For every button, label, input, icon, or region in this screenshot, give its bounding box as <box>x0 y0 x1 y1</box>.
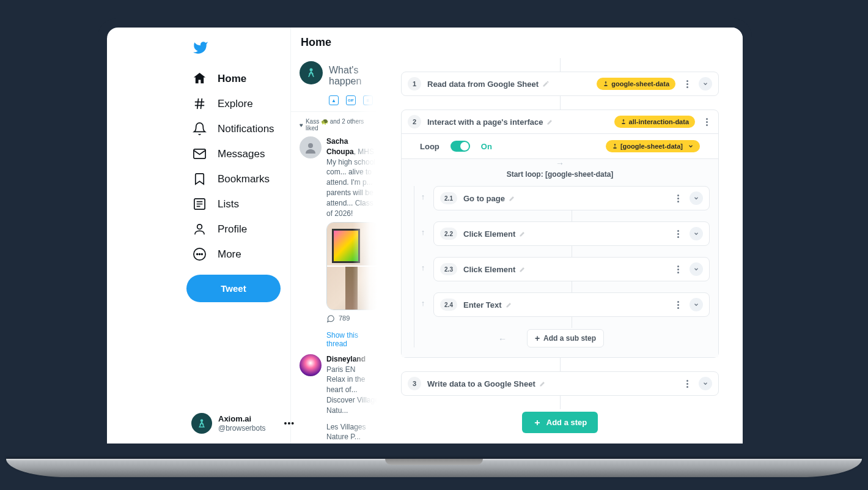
reply-count[interactable]: 789 <box>326 314 377 323</box>
show-thread-link[interactable]: Show this thread <box>326 331 377 348</box>
nav-more-label: More <box>218 248 241 261</box>
edit-icon[interactable] <box>509 195 516 202</box>
expand-icon[interactable] <box>690 227 703 240</box>
bell-icon <box>193 122 207 136</box>
hashtag-icon <box>193 97 207 111</box>
reorder-up-icon[interactable]: ↑ <box>419 292 427 308</box>
gif-icon[interactable]: GIF <box>346 95 356 105</box>
image-icon[interactable]: ▲ <box>329 95 339 105</box>
expand-icon[interactable] <box>690 298 703 311</box>
svg-point-9 <box>308 143 313 148</box>
step-title[interactable]: Interact with a page's interface <box>427 117 608 127</box>
step-number: 2 <box>408 115 421 128</box>
loop-toggle[interactable] <box>451 141 470 152</box>
more-icon <box>193 247 207 261</box>
edit-icon[interactable] <box>519 265 526 273</box>
loop-data-tag[interactable]: [google-sheet-data] <box>606 140 700 152</box>
step-title[interactable]: Write data to a Google Sheet <box>427 379 675 388</box>
loop-bar: Loop On [google-sheet-data] <box>402 133 718 158</box>
edit-icon[interactable] <box>539 380 546 387</box>
compose-placeholder[interactable]: What's happen <box>329 61 377 95</box>
tweet-avatar <box>300 354 322 376</box>
nav-explore-label: Explore <box>218 98 253 110</box>
svg-point-4 <box>197 254 198 255</box>
svg-point-2 <box>197 225 202 229</box>
tweet-author: Disneyland <box>326 355 366 363</box>
account-info: Axiom.ai @browserbots <box>218 414 266 432</box>
add-sub-step-button[interactable]: + Add a sub step <box>527 329 604 347</box>
sub-step-menu-icon[interactable] <box>672 264 683 275</box>
step-title[interactable]: Read data from Google Sheet <box>427 80 590 89</box>
tweet-item[interactable]: Disneyland Paris EN Relax in the heart o… <box>291 352 377 444</box>
sub-step-title[interactable]: Go to page <box>463 194 666 203</box>
compose-avatar <box>300 61 323 84</box>
loop-body: → Start loop: [google-sheet-data] ↑ <box>402 158 718 357</box>
sub-step: 2.3 Click Element <box>433 257 710 281</box>
sub-step-menu-icon[interactable] <box>672 228 683 239</box>
workflow-step: 3 Write data to a Google Sheet <box>401 371 719 396</box>
poll-icon[interactable]: ≡ <box>363 95 373 105</box>
nav-profile[interactable]: Profile <box>186 217 290 241</box>
edit-icon[interactable] <box>542 80 550 87</box>
sub-step: 2.4 Enter Text <box>433 292 710 317</box>
edit-icon[interactable] <box>519 230 526 237</box>
add-step-button[interactable]: Add a step <box>522 412 598 433</box>
data-tag[interactable]: all-interaction-data <box>614 116 695 128</box>
expand-icon[interactable] <box>690 191 703 205</box>
workflow-step: 2 Interact with a page's interface all-i… <box>401 110 719 358</box>
bookmark-icon <box>193 172 207 186</box>
loop-status: On <box>481 142 492 151</box>
sub-step-title[interactable]: Click Element <box>463 265 666 274</box>
profile-icon <box>193 222 207 236</box>
nav-bookmarks[interactable]: Bookmarks <box>186 167 290 191</box>
expand-icon[interactable] <box>699 77 712 91</box>
nav-profile-label: Profile <box>218 223 247 236</box>
mail-icon <box>193 147 207 161</box>
tweet-text: My high school com... alive to attend. I… <box>326 157 377 219</box>
nav-more[interactable]: More <box>186 242 290 266</box>
reorder-up-icon[interactable]: ↑ <box>419 257 427 272</box>
loop-start-label: Start loop: [google-sheet-data] <box>408 170 712 179</box>
twitter-logo-icon[interactable] <box>186 34 290 67</box>
twitter-feed: Home What's happen ▲ GIF ≡ ☺ <box>290 28 377 444</box>
screen-bezel: Home Explore Notifications Messages <box>98 18 752 440</box>
edit-icon[interactable] <box>506 301 513 308</box>
sub-step-title[interactable]: Enter Text <box>463 300 666 310</box>
twitter-sidebar: Home Explore Notifications Messages <box>107 28 290 444</box>
nav-lists[interactable]: Lists <box>186 192 290 216</box>
reorder-up-icon[interactable]: ↑ <box>419 221 427 237</box>
step-menu-icon[interactable] <box>682 78 693 89</box>
nav-messages[interactable]: Messages <box>186 142 290 166</box>
flow-arrow-icon: → <box>556 158 564 168</box>
laptop-frame: Home Explore Notifications Messages <box>98 18 770 471</box>
screen: Home Explore Notifications Messages <box>107 28 743 444</box>
data-tag[interactable]: google-sheet-data <box>597 78 675 90</box>
account-switcher[interactable]: Axiom.ai @browserbots ••• <box>185 408 301 439</box>
list-icon <box>193 197 207 211</box>
compose-box[interactable]: What's happen ▲ GIF ≡ ☺ <box>291 58 377 112</box>
laptop-base <box>6 459 862 477</box>
nav-explore[interactable]: Explore <box>186 92 290 116</box>
sub-step-title[interactable]: Click Element <box>463 229 666 239</box>
home-icon <box>193 72 207 86</box>
reorder-up-icon[interactable]: ↑ <box>419 186 427 201</box>
expand-icon[interactable] <box>699 377 712 390</box>
edit-icon[interactable] <box>546 118 554 125</box>
step-number: 3 <box>408 377 421 390</box>
sub-step-menu-icon[interactable] <box>672 193 683 204</box>
expand-icon[interactable] <box>690 262 703 276</box>
nav-notifications[interactable]: Notifications <box>186 117 290 141</box>
nav-messages-label: Messages <box>218 148 265 160</box>
step-menu-icon[interactable] <box>682 378 693 389</box>
tweet-image <box>327 267 377 310</box>
tweet-item[interactable]: Sacha Choupa, MHS My high school com... … <box>291 134 377 329</box>
sub-step-menu-icon[interactable] <box>672 299 683 310</box>
tweet-button[interactable]: Tweet <box>186 275 281 302</box>
tweet-avatar <box>300 136 322 158</box>
nav-home-label: Home <box>218 73 246 85</box>
tweet-images[interactable] <box>326 222 377 310</box>
compose-toolbar: ▲ GIF ≡ ☺ <box>329 95 377 105</box>
nav-home[interactable]: Home <box>186 67 290 91</box>
nav-notifications-label: Notifications <box>218 123 274 135</box>
step-menu-icon[interactable] <box>701 116 712 127</box>
